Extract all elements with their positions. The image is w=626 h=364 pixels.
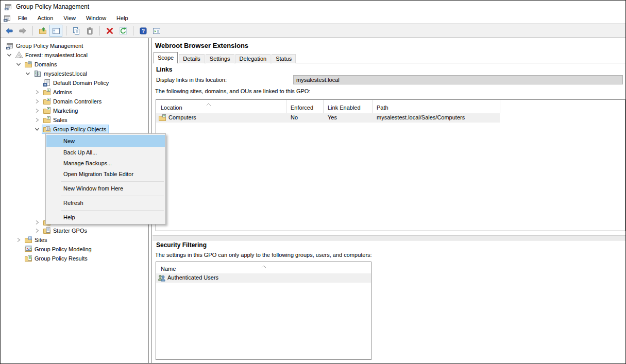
column-header-location[interactable]: Location bbox=[161, 105, 182, 111]
security-filtering-heading: Security Filtering bbox=[156, 241, 207, 249]
tree-item-group-policy-objects[interactable]: Group Policy Objects bbox=[1, 125, 109, 134]
chevron-expanded-icon[interactable] bbox=[23, 69, 32, 78]
column-header-enforced[interactable]: Enforced bbox=[291, 105, 313, 111]
chevron-expanded-icon[interactable] bbox=[14, 60, 23, 69]
context-menu-item-help[interactable]: Help bbox=[46, 212, 165, 223]
chevron-collapsed-icon[interactable] bbox=[32, 106, 42, 115]
tab-scope[interactable]: Scope bbox=[154, 52, 178, 63]
gpmc-window: Group Policy Management File Action View… bbox=[0, 0, 626, 364]
security-filtering-description: The settings in this GPO can only apply … bbox=[155, 252, 372, 258]
links-listview[interactable]: Location Enforced Link Enabled Path Comp… bbox=[156, 99, 625, 231]
menu-action[interactable]: Action bbox=[32, 14, 59, 22]
cell-enforced: No bbox=[291, 114, 298, 120]
sites-folder-icon bbox=[24, 236, 32, 244]
help-button[interactable]: ? bbox=[137, 25, 149, 37]
menu-separator bbox=[46, 209, 165, 212]
tree-item-group-policy-management[interactable]: Group Policy Management bbox=[1, 41, 86, 50]
sort-ascending-icon bbox=[261, 263, 267, 269]
location-combobox[interactable]: mysalestest.local bbox=[293, 75, 623, 84]
chevron-collapsed-icon[interactable] bbox=[32, 88, 42, 97]
tab-status[interactable]: Status bbox=[272, 54, 296, 63]
context-menu-item-back-up-all[interactable]: Back Up All... bbox=[46, 147, 165, 158]
ou-folder-icon bbox=[43, 107, 51, 115]
cell-name: Authenticated Users bbox=[167, 274, 218, 281]
column-header-name[interactable]: Name bbox=[161, 266, 176, 272]
tree-item-domain-mysalestest[interactable]: mysalestest.local bbox=[1, 69, 90, 78]
gpm-scroll-icon bbox=[6, 42, 14, 50]
column-header-link-enabled[interactable]: Link Enabled bbox=[328, 105, 361, 111]
links-table-row[interactable]: Computers No Yes mysalestest.local/Sales… bbox=[156, 113, 500, 123]
menu-view[interactable]: View bbox=[58, 14, 81, 22]
tree-item-marketing[interactable]: Marketing bbox=[1, 106, 80, 115]
domain-icon bbox=[33, 70, 42, 78]
links-description: The following sites, domains, and OUs ar… bbox=[155, 88, 310, 94]
tab-details[interactable]: Details bbox=[179, 54, 205, 63]
chevron-collapsed-icon[interactable] bbox=[32, 97, 42, 106]
tab-delegation[interactable]: Delegation bbox=[235, 54, 271, 63]
back-button[interactable] bbox=[3, 25, 15, 37]
up-one-level-button[interactable] bbox=[36, 25, 49, 37]
context-menu-item-new[interactable]: New bbox=[46, 135, 165, 147]
gp-results-icon bbox=[24, 254, 32, 263]
tab-settings[interactable]: Settings bbox=[206, 54, 234, 63]
context-menu-item-manage-backups[interactable]: Manage Backups... bbox=[46, 158, 165, 169]
security-table-row[interactable]: Authenticated Users bbox=[156, 273, 371, 283]
tree-item-sites[interactable]: Sites bbox=[1, 235, 49, 245]
refresh-icon bbox=[119, 27, 127, 35]
tree-item-domains[interactable]: Domains bbox=[1, 60, 59, 69]
forward-icon bbox=[19, 27, 27, 35]
show-console-tree-icon bbox=[52, 27, 60, 35]
menu-window[interactable]: Window bbox=[81, 14, 111, 22]
back-icon bbox=[5, 27, 13, 35]
chevron-collapsed-icon[interactable] bbox=[14, 235, 23, 245]
gpo-title: Webroot Browser Extensions bbox=[155, 42, 248, 49]
chevron-collapsed-icon[interactable] bbox=[32, 226, 42, 235]
up-one-level-icon bbox=[39, 27, 47, 35]
window-title: Group Policy Management bbox=[16, 3, 89, 10]
delete-button[interactable] bbox=[103, 25, 116, 37]
column-header-path[interactable]: Path bbox=[377, 105, 388, 111]
domains-folder-icon bbox=[24, 60, 32, 68]
menu-separator bbox=[46, 180, 165, 183]
ou-folder-icon bbox=[43, 97, 51, 106]
gp-modeling-icon bbox=[24, 245, 32, 253]
refresh-button[interactable] bbox=[116, 25, 129, 37]
gpm-scroll-icon bbox=[4, 3, 12, 11]
tree-item-forest[interactable]: Forest: mysalestest.local bbox=[1, 50, 90, 60]
show-action-pane-button[interactable] bbox=[150, 25, 163, 37]
context-menu-item-open-migration-table-editor[interactable]: Open Migration Table Editor bbox=[46, 169, 165, 180]
menu-file[interactable]: File bbox=[13, 14, 32, 22]
title-bar: Group Policy Management bbox=[1, 1, 625, 13]
tree-item-domain-controllers[interactable]: Domain Controllers bbox=[1, 97, 104, 106]
show-console-tree-button[interactable] bbox=[49, 25, 62, 37]
chevron-expanded-icon[interactable] bbox=[5, 50, 14, 60]
cell-link-enabled: Yes bbox=[328, 114, 337, 120]
toolbar: ? bbox=[1, 24, 625, 38]
paste-icon bbox=[86, 27, 94, 35]
tree-item-group-policy-results[interactable]: Group Policy Results bbox=[1, 254, 90, 263]
menu-help[interactable]: Help bbox=[111, 14, 133, 22]
tree-item-group-policy-modeling[interactable]: Group Policy Modeling bbox=[1, 245, 94, 254]
users-icon bbox=[158, 274, 166, 282]
context-menu-item-new-window-from-here[interactable]: New Window from Here bbox=[46, 183, 165, 194]
tree-item-sales[interactable]: Sales bbox=[1, 115, 70, 125]
security-filtering-listview[interactable]: Name Authenticated Users bbox=[156, 262, 371, 360]
tree-item-admins[interactable]: Admins bbox=[1, 88, 75, 97]
paste-button[interactable] bbox=[83, 25, 96, 37]
forward-button[interactable] bbox=[16, 25, 29, 37]
copy-button[interactable] bbox=[70, 25, 82, 37]
display-links-label: Display links in this location: bbox=[156, 77, 227, 83]
toolbar-separator bbox=[133, 26, 133, 36]
horizontal-splitter[interactable] bbox=[153, 235, 625, 240]
ou-folder-icon bbox=[158, 114, 166, 122]
copy-icon bbox=[72, 27, 80, 35]
chevron-expanded-icon[interactable] bbox=[32, 125, 42, 134]
svg-text:?: ? bbox=[141, 28, 144, 34]
tree-item-default-domain-policy[interactable]: Default Domain Policy bbox=[1, 78, 111, 88]
tree-item-starter-gpos[interactable]: Starter GPOs bbox=[1, 226, 90, 235]
gpm-scroll-icon bbox=[3, 14, 11, 22]
context-menu-item-refresh[interactable]: Refresh bbox=[46, 198, 165, 209]
delete-icon bbox=[106, 27, 114, 35]
chevron-collapsed-icon[interactable] bbox=[32, 115, 42, 125]
sort-ascending-icon bbox=[206, 101, 212, 107]
